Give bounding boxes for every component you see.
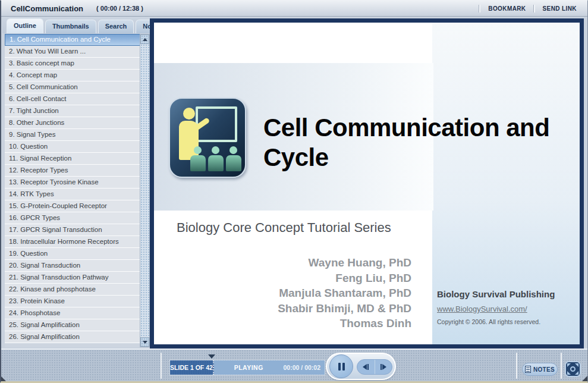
- author-name: Shabir Bhimji, MD & PhD: [154, 301, 411, 316]
- divider: [534, 5, 535, 12]
- list-item[interactable]: 22. Kinase and phosphotase: [5, 284, 140, 296]
- list-item[interactable]: 24. Phosphotase: [5, 307, 140, 319]
- publisher-name: Biology Survival Publishing: [437, 289, 575, 299]
- copyright-text: Copyright © 2006. All rights reserved.: [437, 318, 575, 325]
- notes-button[interactable]: NOTES: [522, 363, 558, 376]
- author-name: Wayne Huang, PhD: [154, 255, 411, 271]
- slide-canvas: Cell Communication and Cycle Biology Cor…: [154, 23, 580, 344]
- author-name: Feng Liu, PhD: [154, 271, 411, 286]
- playback-bar: SLIDE 1 OF 42 PLAYING 00:00 / 00:02 NOTE…: [1, 349, 587, 382]
- progress-bar[interactable]: SLIDE 1 OF 42 PLAYING 00:00 / 00:02: [169, 360, 325, 375]
- audience-figure: [190, 146, 206, 171]
- list-item[interactable]: 16. GPCR Types: [5, 212, 140, 224]
- fullscreen-icon: [567, 363, 571, 367]
- transport-controls: [326, 353, 396, 380]
- list-item[interactable]: 11. Signal Reception: [5, 153, 140, 165]
- list-item[interactable]: 1. Cell Communication and Cycle: [5, 34, 140, 46]
- slide-subtitle: Biology Core Concept Tutorial Series: [177, 220, 391, 236]
- send-link-button[interactable]: SEND LINK: [543, 5, 577, 12]
- presentation-title: CellCommunication: [11, 4, 83, 13]
- step-controls: [357, 359, 392, 375]
- arrow-down-icon: [143, 341, 147, 344]
- audience-figure: [208, 146, 224, 171]
- step-back-icon: [363, 364, 367, 370]
- presenter-icon: [169, 98, 246, 178]
- playing-segment[interactable]: PLAYING 00:00 / 00:02: [214, 360, 325, 375]
- list-item[interactable]: 18. Intracellular Hormone Receptors: [5, 236, 140, 248]
- sidebar: OutlineThumbnailsSearchNotes 1. Cell Com…: [2, 17, 150, 349]
- list-item[interactable]: 19. Question: [5, 248, 140, 260]
- window-corner: [0, 375, 8, 383]
- list-item[interactable]: 21. Signal Transduction Pathway: [5, 272, 140, 284]
- list-item[interactable]: 8. Other Junctions: [5, 117, 140, 129]
- author-name: Manjula Shantaram, PhD: [154, 285, 411, 301]
- divider: [516, 353, 517, 379]
- tab[interactable]: Thumbnails: [45, 20, 96, 33]
- publisher-url-link[interactable]: www.BiologySurvival.com/: [437, 304, 527, 313]
- presenter-head-shape: [183, 108, 195, 120]
- list-item[interactable]: 14. RTK Types: [5, 189, 140, 200]
- list-item[interactable]: 5. Cell Communication: [5, 81, 140, 93]
- list-item[interactable]: 7. Tight Junction: [5, 105, 140, 117]
- list-item[interactable]: 12. Receptor Types: [5, 165, 140, 177]
- list-item[interactable]: 4. Concept map: [5, 70, 140, 81]
- divider: [479, 5, 480, 12]
- audience-figure: [226, 146, 241, 171]
- slide-time: 00:00 / 00:02: [284, 364, 325, 371]
- divider: [161, 353, 162, 379]
- notes-document-icon: [525, 366, 531, 373]
- fullscreen-button[interactable]: [565, 361, 581, 377]
- total-time: ( 00:00 / 12:38 ): [96, 5, 143, 12]
- list-item[interactable]: 9. Signal Types: [5, 129, 140, 141]
- next-slide-button[interactable]: [375, 360, 392, 374]
- divider: [561, 353, 562, 379]
- outline-scrollbar[interactable]: [140, 34, 150, 347]
- list-item[interactable]: 6. Cell-cell Contact: [5, 93, 140, 105]
- pause-button[interactable]: [329, 354, 353, 378]
- author-name: Thomas Dinh: [154, 316, 411, 331]
- sidebar-tabs: OutlineThumbnailsSearchNotes: [2, 17, 150, 33]
- list-item[interactable]: 10. Question: [5, 141, 140, 153]
- list-item[interactable]: 17. GPCR Signal Transduction: [5, 224, 140, 236]
- slide-title: Cell Communication and Cycle: [263, 113, 576, 172]
- tab[interactable]: Outline: [7, 18, 43, 33]
- scroll-up-button[interactable]: [140, 34, 149, 44]
- tab[interactable]: Search: [98, 20, 134, 33]
- list-item[interactable]: 3. Basic concept map: [5, 58, 140, 70]
- list-item[interactable]: 15. G-Protein-Coupled Receptor: [5, 200, 140, 212]
- slide-stage: Cell Communication and Cycle Biology Cor…: [150, 18, 584, 349]
- title-bar: CellCommunication ( 00:00 / 12:38 ) BOOK…: [1, 1, 587, 17]
- pause-icon: [342, 363, 345, 371]
- pause-icon: [338, 363, 341, 371]
- presentation-player-window: CellCommunication ( 00:00 / 12:38 ) BOOK…: [0, 0, 588, 383]
- list-item[interactable]: 26. Signal Amplification: [5, 331, 140, 343]
- arrow-up-icon: [143, 38, 147, 41]
- list-item[interactable]: 23. Protein Kinase: [5, 296, 140, 307]
- step-forward-icon: [382, 364, 386, 370]
- notes-button-label: NOTES: [533, 366, 555, 373]
- publisher-block: Biology Survival Publishing www.BiologyS…: [437, 289, 575, 325]
- playback-status: PLAYING: [214, 364, 284, 371]
- previous-slide-button[interactable]: [357, 360, 375, 374]
- list-item[interactable]: 2. What You Will Learn ...: [5, 46, 140, 58]
- seek-marker[interactable]: [208, 354, 215, 359]
- list-item[interactable]: 20. Signal Transduction: [5, 260, 140, 272]
- outline-list: 1. Cell Communication and Cycle2. What Y…: [5, 34, 140, 347]
- window-corner: [580, 375, 588, 383]
- slide-counter-segment[interactable]: SLIDE 1 OF 42: [170, 360, 214, 375]
- list-item[interactable]: 13. Receptor Tyrosine Kinase: [5, 177, 140, 189]
- author-list: Wayne Huang, PhDFeng Liu, PhDManjula Sha…: [154, 255, 411, 331]
- scroll-down-button[interactable]: [140, 337, 149, 347]
- bookmark-button[interactable]: BOOKMARK: [488, 5, 526, 12]
- list-item[interactable]: 25. Signal Amplification: [5, 319, 140, 331]
